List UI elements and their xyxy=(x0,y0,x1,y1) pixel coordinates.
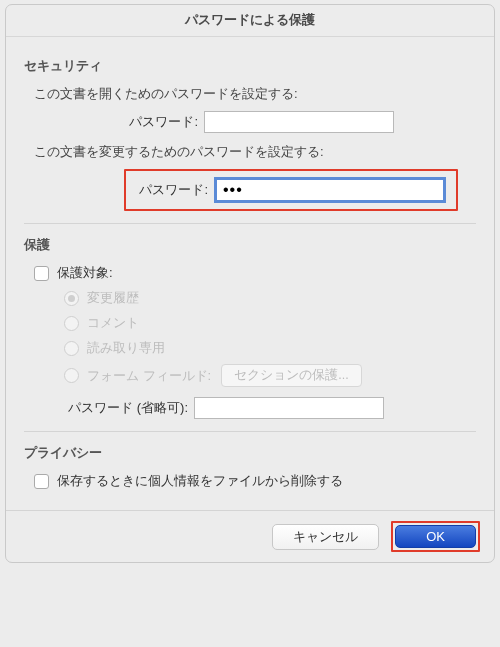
section-privacy-heading: プライバシー xyxy=(24,444,476,462)
separator xyxy=(24,431,476,432)
radio-readonly xyxy=(64,341,79,356)
modify-password-description: この文書を変更するためのパスワードを設定する: xyxy=(34,143,476,161)
protect-sections-button: セクションの保護... xyxy=(221,364,361,387)
radio-tracked-changes xyxy=(64,291,79,306)
separator xyxy=(24,223,476,224)
radio-form-fields-label: フォーム フィールド: xyxy=(87,367,211,385)
section-protection-heading: 保護 xyxy=(24,236,476,254)
password-protection-dialog: パスワードによる保護 セキュリティ この文書を開くためのパスワードを設定する: … xyxy=(5,4,495,563)
protect-target-radios: 変更履歴 コメント 読み取り専用 フォーム フィールド: セクションの保護... xyxy=(64,289,476,387)
radio-tracked-changes-label: 変更履歴 xyxy=(87,289,139,307)
radio-comments-label: コメント xyxy=(87,314,139,332)
modify-password-highlight: パスワード: xyxy=(124,169,458,211)
remove-personal-info-checkbox[interactable] xyxy=(34,474,49,489)
remove-personal-info-label: 保存するときに個人情報をファイルから削除する xyxy=(57,472,343,490)
protection-password-label: パスワード (省略可): xyxy=(44,399,194,417)
open-password-input[interactable] xyxy=(204,111,394,133)
ok-button-highlight: OK xyxy=(391,521,480,552)
dialog-footer: キャンセル OK xyxy=(6,511,494,562)
dialog-title: パスワードによる保護 xyxy=(6,5,494,37)
dialog-content: セキュリティ この文書を開くためのパスワードを設定する: パスワード: この文書… xyxy=(6,37,494,510)
open-password-description: この文書を開くためのパスワードを設定する: xyxy=(34,85,476,103)
modify-password-input[interactable] xyxy=(214,177,446,203)
radio-readonly-label: 読み取り専用 xyxy=(87,339,165,357)
open-password-label: パスワード: xyxy=(84,113,204,131)
radio-form-fields xyxy=(64,368,79,383)
modify-password-label: パスワード: xyxy=(136,181,214,199)
radio-comments xyxy=(64,316,79,331)
ok-button[interactable]: OK xyxy=(395,525,476,548)
section-security-heading: セキュリティ xyxy=(24,57,476,75)
protection-password-input[interactable] xyxy=(194,397,384,419)
protect-target-label: 保護対象: xyxy=(57,264,113,282)
cancel-button[interactable]: キャンセル xyxy=(272,524,379,550)
protect-target-checkbox[interactable] xyxy=(34,266,49,281)
